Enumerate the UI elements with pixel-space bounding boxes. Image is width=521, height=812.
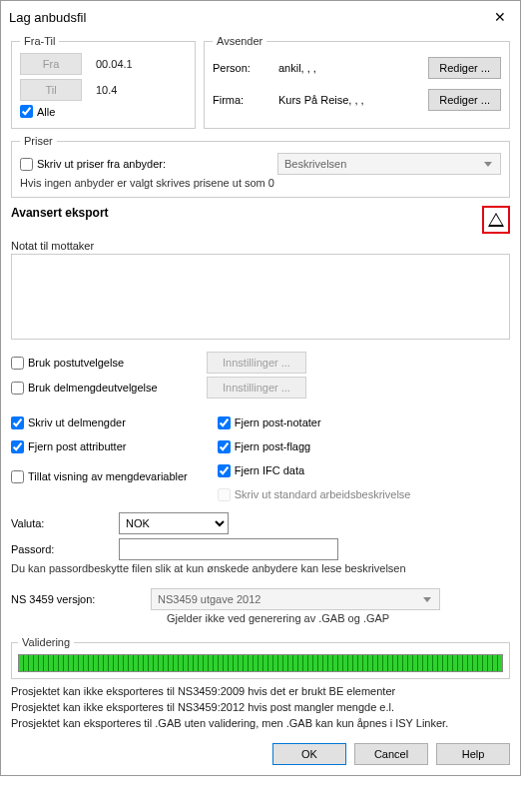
bruk-delmengde-input[interactable] <box>11 382 24 395</box>
bruk-postutvelgelse-label: Bruk postutvelgelse <box>28 357 124 369</box>
fjern-attr-label: Fjern post attributter <box>28 440 126 452</box>
ns-versjon-label: NS 3459 versjon: <box>11 593 131 605</box>
fjern-flagg-label: Fjern post-flagg <box>235 440 310 452</box>
beskrivelsen-combo[interactable]: Beskrivelsen <box>277 153 501 175</box>
bruk-delmengde-label: Bruk delmengdeutvelgelse <box>28 382 158 394</box>
priser-note: Hvis ingen anbyder er valgt skrives pris… <box>20 177 501 189</box>
fra-value: 00.04.1 <box>96 58 133 70</box>
avsender-grid: Person: ankil, , , Rediger ... Firma: Ku… <box>213 57 501 111</box>
priser-group: Priser Skriv ut priser fra anbyder: Besk… <box>11 135 510 198</box>
options-left: Skriv ut delmengder Fjern post attributt… <box>11 412 188 504</box>
validering-msg-0: Prosjektet kan ikke eksporteres til NS34… <box>11 685 510 697</box>
rediger-firma-button[interactable]: Rediger ... <box>428 89 501 111</box>
skriv-priser-checkbox[interactable]: Skriv ut priser fra anbyder: <box>20 158 269 171</box>
firma-value: Kurs På Reise, , , <box>278 94 418 106</box>
skriv-std-input <box>218 488 231 501</box>
avansert-title: Avansert eksport <box>11 206 109 220</box>
validering-legend: Validering <box>18 636 74 648</box>
tillat-mv-input[interactable] <box>11 470 24 483</box>
fjern-notater-label: Fjern post-notater <box>235 416 321 428</box>
notat-label: Notat til mottaker <box>11 240 510 252</box>
dialog-content: Fra-Til Fra 00.04.1 Til 10.4 Alle Avsend… <box>1 31 520 775</box>
window-title: Lag anbudsfil <box>9 10 86 25</box>
titlebar: Lag anbudsfil ✕ <box>1 1 520 31</box>
tillat-mv-checkbox[interactable]: Tillat visning av mengdevariabler <box>11 466 188 486</box>
postutvalg-row: Bruk postutvelgelse Innstillinger ... <box>11 352 510 374</box>
ok-button[interactable]: OK <box>272 743 346 765</box>
innstillinger-del-button: Innstillinger ... <box>207 377 306 399</box>
fjern-attr-checkbox[interactable]: Fjern post attributter <box>11 436 188 456</box>
bruk-postutvelgelse-input[interactable] <box>11 357 24 370</box>
ns-versjon-note: Gjelder ikke ved generering av .GAB og .… <box>167 612 510 624</box>
validering-msg-2: Prosjektet kan eksporteres til .GAB uten… <box>11 717 510 729</box>
avansert-header: Avansert eksport <box>11 206 510 234</box>
fjern-flagg-input[interactable] <box>218 440 231 453</box>
passord-label: Passord: <box>11 543 111 555</box>
alle-label: Alle <box>37 106 55 118</box>
passord-input[interactable] <box>119 538 338 560</box>
alle-checkbox[interactable]: Alle <box>20 105 55 118</box>
fjern-notater-input[interactable] <box>218 416 231 429</box>
priser-legend: Priser <box>20 135 57 147</box>
ns-versjon-combo[interactable]: NS3459 utgave 2012 <box>151 588 440 610</box>
bruk-delmengde-checkbox[interactable]: Bruk delmengdeutvelgelse <box>11 382 191 395</box>
fjern-notater-checkbox[interactable]: Fjern post-notater <box>218 412 411 432</box>
fra-button[interactable]: Fra <box>20 53 82 75</box>
fjern-ifc-checkbox[interactable]: Fjern IFC data <box>218 460 411 480</box>
validering-messages: Prosjektet kan ikke eksporteres til NS34… <box>11 685 510 729</box>
alle-checkbox-input[interactable] <box>20 105 33 118</box>
valuta-select[interactable]: NOK <box>119 512 229 534</box>
passord-row: Passord: <box>11 538 510 560</box>
firma-label: Firma: <box>213 94 268 106</box>
person-value: ankil, , , <box>278 62 418 74</box>
ns-versjon-row: NS 3459 versjon: NS3459 utgave 2012 <box>11 588 510 610</box>
person-label: Person: <box>213 62 268 74</box>
fjern-ifc-label: Fjern IFC data <box>235 464 304 476</box>
skriv-std-label: Skriv ut standard arbeidsbeskrivelse <box>235 488 411 500</box>
skriv-priser-input[interactable] <box>20 158 33 171</box>
collapse-highlight <box>482 206 510 234</box>
skriv-delmengder-checkbox[interactable]: Skriv ut delmengder <box>11 412 188 432</box>
help-button[interactable]: Help <box>436 743 510 765</box>
notat-textarea[interactable] <box>11 254 510 340</box>
validering-group: Validering <box>11 636 510 679</box>
passord-hint: Du kan passordbeskytte filen slik at kun… <box>11 562 510 574</box>
cancel-button[interactable]: Cancel <box>354 743 428 765</box>
til-button[interactable]: Til <box>20 79 82 101</box>
valuta-label: Valuta: <box>11 517 111 529</box>
utvelgelse-block: Bruk postutvelgelse Innstillinger ... Br… <box>11 352 510 399</box>
fra-til-legend: Fra-Til <box>20 35 59 47</box>
validering-msg-1: Prosjektet kan ikke eksporteres til NS34… <box>11 701 510 713</box>
innstillinger-post-button: Innstillinger ... <box>207 352 306 374</box>
delmengde-row: Bruk delmengdeutvelgelse Innstillinger .… <box>11 377 510 399</box>
options-right: Fjern post-notater Fjern post-flagg Fjer… <box>218 412 411 504</box>
fjern-flagg-checkbox[interactable]: Fjern post-flagg <box>218 436 411 456</box>
avsender-legend: Avsender <box>213 35 266 47</box>
fra-row: Fra 00.04.1 <box>20 53 187 75</box>
til-value: 10.4 <box>96 84 117 96</box>
fjern-ifc-input[interactable] <box>218 464 231 477</box>
validering-progress <box>18 654 503 672</box>
collapse-up-icon[interactable] <box>488 213 504 227</box>
skriv-delmengder-label: Skriv ut delmengder <box>28 416 126 428</box>
close-icon[interactable]: ✕ <box>488 7 512 27</box>
bruk-postutvelgelse-checkbox[interactable]: Bruk postutvelgelse <box>11 357 191 370</box>
fra-til-group: Fra-Til Fra 00.04.1 Til 10.4 Alle <box>11 35 196 129</box>
dialog-buttons: OK Cancel Help <box>11 743 510 765</box>
skriv-priser-label: Skriv ut priser fra anbyder: <box>37 158 166 170</box>
options-columns: Skriv ut delmengder Fjern post attributt… <box>11 412 510 504</box>
dialog-window: Lag anbudsfil ✕ Fra-Til Fra 00.04.1 Til … <box>0 0 521 776</box>
skriv-std-checkbox: Skriv ut standard arbeidsbeskrivelse <box>218 484 411 504</box>
top-groups: Fra-Til Fra 00.04.1 Til 10.4 Alle Avsend… <box>11 35 510 129</box>
rediger-person-button[interactable]: Rediger ... <box>428 57 501 79</box>
skriv-delmengder-input[interactable] <box>11 416 24 429</box>
fjern-attr-input[interactable] <box>11 440 24 453</box>
tillat-mv-label: Tillat visning av mengdevariabler <box>28 470 188 482</box>
til-row: Til 10.4 <box>20 79 187 101</box>
valuta-row: Valuta: NOK <box>11 512 510 534</box>
avsender-group: Avsender Person: ankil, , , Rediger ... … <box>204 35 510 129</box>
priser-row: Skriv ut priser fra anbyder: Beskrivelse… <box>20 153 501 175</box>
